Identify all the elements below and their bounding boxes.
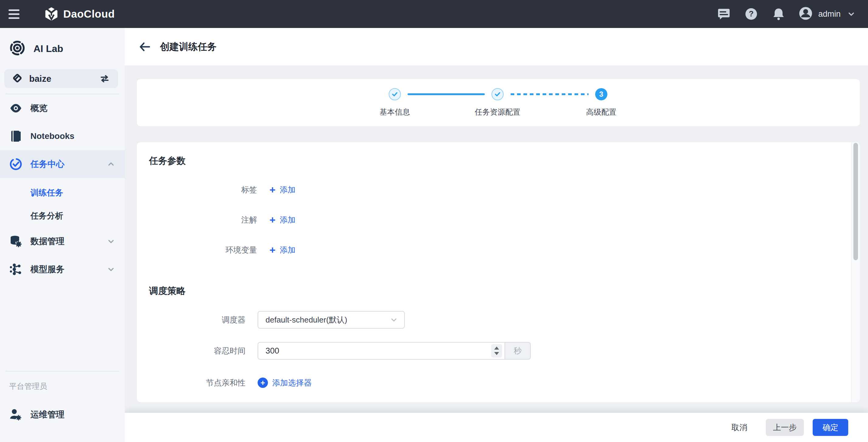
sidebar-bottom: 平台管理员 运维管理: [0, 371, 125, 429]
notebook-icon: [9, 130, 23, 142]
menu-toggle-icon[interactable]: [8, 5, 27, 23]
add-label-button[interactable]: + 添加: [270, 185, 296, 195]
form-scrollbar-track[interactable]: [851, 142, 860, 402]
form-row-node-affinity: 节点亲和性 + 添加选择器: [149, 374, 848, 391]
number-stepper[interactable]: [491, 344, 502, 357]
switch-workspace-icon[interactable]: [99, 73, 110, 84]
field-label: 节点亲和性: [149, 378, 245, 388]
stepper-down-icon[interactable]: [494, 352, 499, 355]
sidebar-item-label: 任务中心: [30, 158, 64, 170]
step-1-label: 基本信息: [379, 107, 410, 117]
username: admin: [818, 9, 841, 19]
section-title-task-params: 任务参数: [149, 154, 848, 167]
eye-icon: [9, 102, 23, 114]
page-header: 创建训练任务: [125, 28, 868, 65]
content: 3 基本信息 任务资源配置 高级配置 任务参数 标签 + 添加 注解 + 添加: [125, 65, 868, 413]
page-title: 创建训练任务: [160, 40, 217, 53]
sidebar-item-label: 模型服务: [30, 263, 64, 275]
role-label: 平台管理员: [0, 372, 125, 401]
sidebar-subitem-training-jobs[interactable]: 训练任务: [0, 181, 125, 204]
form-row-annotations: 注解 + 添加: [149, 211, 848, 229]
step-2-done-icon: [492, 88, 504, 100]
sidebar-item-notebooks[interactable]: Notebooks: [0, 122, 125, 150]
chevron-down-icon: [106, 265, 116, 274]
sidebar-item-overview[interactable]: 概览: [0, 94, 125, 122]
step-3-current: 3: [595, 88, 607, 100]
chevron-up-icon: [106, 160, 116, 169]
field-label: 环境变量: [149, 245, 257, 255]
topbar: DaoCloud ?: [0, 0, 868, 28]
svg-text:?: ?: [749, 9, 754, 18]
workspace-selector[interactable]: baize: [4, 69, 118, 88]
model-nodes-icon: [9, 263, 23, 276]
form-card: 任务参数 标签 + 添加 注解 + 添加 环境变量 + 添加: [137, 142, 860, 402]
user-menu[interactable]: admin: [799, 6, 855, 22]
footer-actions: 取消 上一步 确定: [125, 413, 868, 442]
step-1-done-icon: [389, 88, 401, 100]
scheduler-selected-value: default-scheduler(默认): [266, 315, 347, 325]
previous-step-button[interactable]: 上一步: [766, 419, 804, 436]
brand-name: DaoCloud: [63, 8, 115, 20]
workspace-icon: [12, 73, 23, 85]
sidebar-item-ops-management[interactable]: 运维管理: [0, 401, 125, 429]
cancel-button[interactable]: 取消: [728, 419, 750, 436]
sidebar-item-model-services[interactable]: 模型服务: [0, 255, 125, 283]
field-label: 调度器: [149, 315, 245, 325]
form-scrollbar-thumb[interactable]: [854, 143, 858, 260]
sidebar: AI Lab baize 概览: [0, 28, 125, 442]
step-connector-dotted: [510, 93, 589, 95]
step-connector-solid: [407, 93, 485, 95]
product-name: AI Lab: [33, 43, 63, 55]
plus-icon: +: [270, 185, 276, 194]
sidebar-subitem-job-analysis[interactable]: 任务分析: [0, 204, 125, 227]
notifications-bell-icon[interactable]: [772, 7, 785, 21]
add-link-text: 添加: [280, 185, 296, 195]
product-header: AI Lab: [0, 28, 125, 69]
field-label: 注解: [149, 215, 257, 225]
toleration-input-group: 秒: [257, 342, 531, 359]
add-link-text: 添加选择器: [272, 378, 312, 388]
daocloud-logo-icon: [44, 7, 58, 21]
add-link-text: 添加: [280, 245, 296, 255]
feedback-chat-icon[interactable]: [717, 7, 731, 21]
database-gear-icon: [9, 235, 23, 248]
avatar: [799, 6, 813, 22]
back-arrow-icon[interactable]: [138, 40, 151, 54]
sidebar-item-label: 数据管理: [30, 235, 64, 247]
sidebar-item-data-management[interactable]: 数据管理: [0, 227, 125, 255]
topbar-actions: ? admin: [703, 6, 855, 22]
select-chevron-down-icon: [390, 316, 398, 324]
confirm-button[interactable]: 确定: [813, 419, 848, 436]
form-row-labels: 标签 + 添加: [149, 181, 848, 199]
stepper: 3 基本信息 任务资源配置 高级配置: [137, 79, 860, 126]
add-link-text: 添加: [280, 215, 296, 225]
task-check-icon: [9, 158, 23, 170]
plus-icon: +: [270, 215, 276, 224]
sidebar-item-label: 任务分析: [30, 210, 63, 221]
admin-user-gear-icon: [9, 408, 23, 421]
sidebar-item-label: 运维管理: [30, 409, 64, 420]
add-env-var-button[interactable]: + 添加: [270, 245, 296, 255]
field-label: 容忍时间: [149, 346, 245, 356]
chevron-down-icon: [106, 237, 116, 246]
brand[interactable]: DaoCloud: [44, 7, 115, 21]
user-chevron-down-icon: [847, 10, 855, 18]
step-number: 3: [599, 90, 603, 98]
sidebar-item-label: 训练任务: [30, 187, 63, 198]
plus-icon: +: [270, 245, 276, 254]
field-label: 标签: [149, 185, 257, 195]
toleration-input[interactable]: [257, 342, 505, 359]
form-row-scheduler: 调度器 default-scheduler(默认): [149, 311, 848, 328]
step-3-label: 高级配置: [586, 107, 617, 117]
sidebar-item-task-center[interactable]: 任务中心: [0, 150, 125, 178]
sidebar-item-label: 概览: [30, 102, 48, 114]
step-2-label: 任务资源配置: [475, 107, 520, 117]
stepper-up-icon[interactable]: [494, 347, 499, 350]
sidebar-item-label: Notebooks: [30, 131, 74, 141]
circle-plus-icon: +: [257, 378, 268, 388]
help-icon[interactable]: ?: [745, 7, 758, 21]
scheduler-select[interactable]: default-scheduler(默认): [257, 311, 405, 328]
add-annotation-button[interactable]: + 添加: [270, 215, 296, 225]
form-row-toleration: 容忍时间 秒: [149, 342, 848, 359]
add-selector-button[interactable]: + 添加选择器: [257, 378, 312, 388]
